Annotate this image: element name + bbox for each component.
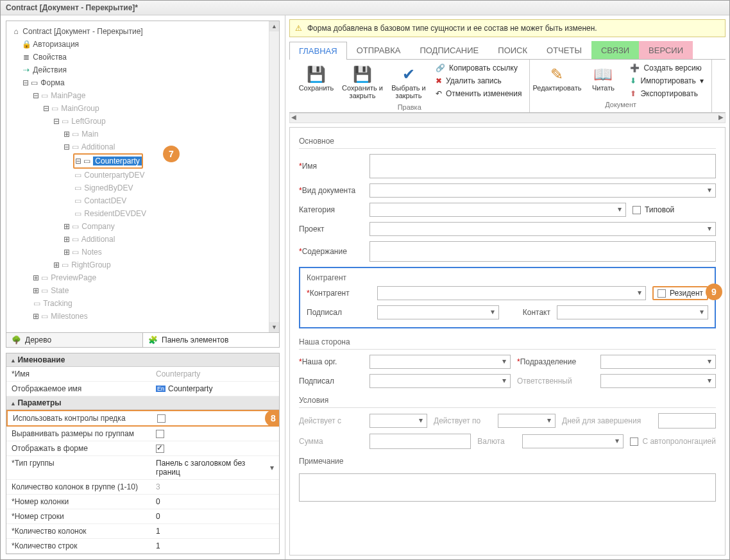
warning-bar: ⚠Форма добавлена в базовом типе сущности… [289,19,726,37]
prop-gtype-value[interactable]: Панель с заголовком без границ▾ [151,456,279,479]
ribtab-main[interactable]: ГЛАВНАЯ [289,42,347,60]
save-close-button[interactable]: 💾Сохранить и закрыть [341,62,384,102]
tree-actions[interactable]: ⇢ Действия [9,64,276,76]
field-our-org[interactable] [369,355,511,369]
prop-ncols-value[interactable]: 1 [151,524,279,538]
field-name[interactable] [369,154,716,178]
field-content[interactable] [369,241,716,262]
copy-link-button[interactable]: 🔗Копировать ссылку [433,62,524,74]
export-icon: ⬆ [630,89,636,98]
lab-resp: Ответственный [517,377,594,386]
read-button[interactable]: 📖Читать [581,62,625,94]
group-naming[interactable]: Именование [6,353,279,367]
tree-contact-dev[interactable]: ▭ ContactDEV [9,194,276,207]
ribtab-send[interactable]: ОТПРАВКА [347,41,411,59]
prop-coln-value[interactable]: 0 [151,495,279,509]
tree-leftgroup[interactable]: ⊟▭ LeftGroup [9,115,276,128]
save-icon: 💾 [307,65,326,84]
tree-notes[interactable]: ⊞▭ Notes [9,246,276,259]
prop-coln-label: *Номер колонки [6,495,151,509]
field-note[interactable] [299,473,716,502]
field-sum[interactable] [369,434,471,449]
ribtab-sign[interactable]: ПОДПИСАНИЕ [410,41,488,59]
export-button[interactable]: ⬆Экспортировать [627,88,706,99]
tree-tracking[interactable]: ▭ Tracking [9,297,276,310]
tree-company[interactable]: ⊞▭ Company [9,220,276,233]
tree-main[interactable]: ⊞▭ Main [9,128,276,140]
field-resp[interactable] [600,374,716,388]
lab-content: *Содержание [299,247,363,256]
prop-nrows-value[interactable]: 1 [151,539,279,553]
field-from[interactable] [369,414,427,428]
field-doctype[interactable] [369,183,716,198]
select-close-button[interactable]: ✔Выбрать и закрыть [387,62,430,102]
lab-days: Дней для завершения [562,416,652,425]
tree-cp-dev[interactable]: ▭ CounterpartyDEV [9,169,276,182]
tree-counterparty[interactable]: ⊟▭ Counterparty [73,153,143,169]
field-dept[interactable] [600,355,716,369]
prop-name-value[interactable]: Counterparty [151,367,279,381]
tree-form[interactable]: ⊟▭ Форма [9,76,276,89]
field-project[interactable] [369,222,716,236]
import-button[interactable]: ⬇Импортировать ▾ [627,75,706,87]
save-button[interactable]: 💾Сохранить [294,62,338,94]
ribbon-scrollbar[interactable] [289,113,726,123]
section-our: Наша сторона [299,335,716,350]
tree-additional2[interactable]: ⊞▭ Additional [9,233,276,246]
field-category[interactable] [369,203,626,217]
field-days[interactable] [658,413,716,428]
chk-autoprolong[interactable] [630,437,638,446]
field-to[interactable] [498,414,556,428]
lab-currency: Валюта [477,437,516,446]
field-cp[interactable] [377,286,646,300]
field-contact[interactable] [557,305,708,319]
tree-state[interactable]: ⊞▭ State [9,284,276,297]
prop-rown-value[interactable]: 0 [151,509,279,523]
ribtab-reports[interactable]: ОТЧЕТЫ [537,41,591,59]
tree-resident-dev[interactable]: ▭ ResidentDEVDEV [9,207,276,220]
tree-root[interactable]: ⌂ Contract [Документ - Перекрытие] [9,25,276,38]
tab-panel[interactable]: 🧩Панель элементов [142,333,279,347]
section-terms: Условия [299,393,716,408]
prop-name-label: *Имя [6,367,151,381]
ribtab-versions[interactable]: ВЕРСИИ [639,41,693,59]
cancel-button[interactable]: ↶Отменить изменения [433,88,524,99]
chk-typical[interactable] [632,206,641,214]
tree-rightgroup[interactable]: ⊞▭ RightGroup [9,259,276,271]
tab-tree[interactable]: 🌳Дерево [6,333,142,347]
field-currency[interactable] [522,434,624,448]
field-signed[interactable] [377,305,499,319]
chk-resident[interactable] [658,289,666,298]
ribtab-links[interactable]: СВЯЗИ [591,41,639,59]
field-signed2[interactable] [369,374,511,388]
prop-gtype-label: *Тип группы [6,456,151,479]
tree-milestones[interactable]: ⊞▭ Milestones [9,310,276,323]
book-icon: 📖 [593,65,613,84]
tree-additional1[interactable]: ⊟▭ Additional [9,140,276,153]
create-version-button[interactable]: ➕Создать версию [627,62,706,74]
tree-scrollbar[interactable]: ▲▼ [269,21,279,332]
delete-icon: ✖ [436,76,442,85]
lab-typical: Типовой [645,205,674,214]
ribtab-search[interactable]: ПОИСК [488,41,537,59]
tree-maingroup[interactable]: ⊟▭ MainGroup [9,102,276,115]
tree-mainpage[interactable]: ⊟▭ MainPage [9,89,276,102]
section-main: Основное [299,134,716,149]
prop-show-value[interactable] [151,441,279,455]
lab-name: *Имя [299,162,363,171]
prop-use-parent-value[interactable] [152,411,278,425]
prop-cols-in-value[interactable]: 3 [151,480,279,494]
tree-signed-dev[interactable]: ▭ SignedByDEV [9,182,276,194]
edit-button[interactable]: ✎Редактировать [535,62,579,94]
prop-disp-value[interactable]: EnCounterparty [151,382,279,396]
group-params[interactable]: Параметры [6,396,279,410]
tree-props[interactable]: ≣ Свойства [9,51,276,64]
lab-dept: *Подразделение [517,357,594,366]
delete-button[interactable]: ✖Удалить запись [433,75,524,87]
ribbon-group-edit: Правка [398,102,421,111]
tree-previewpage[interactable]: ⊞▭ PreviewPage [9,271,276,284]
tree-auth[interactable]: 🔒 Авторизация [9,38,276,51]
link-icon: 🔗 [436,64,445,72]
prop-align-value[interactable] [151,427,279,441]
lab-signed2: Подписал [299,377,363,386]
